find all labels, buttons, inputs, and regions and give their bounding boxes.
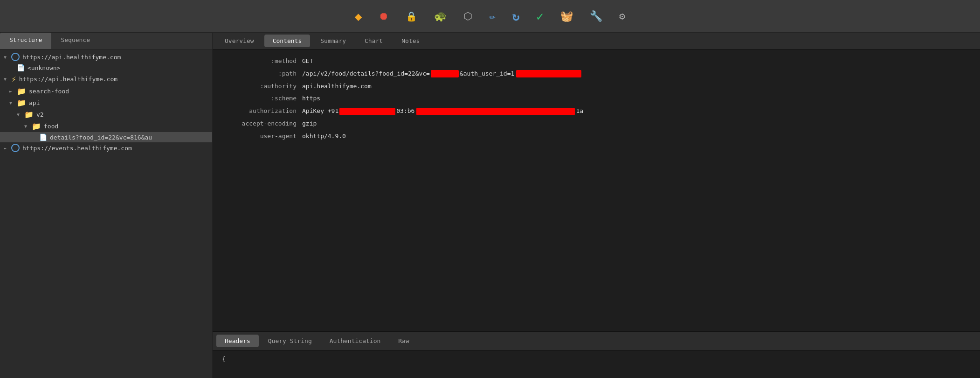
lightning-icon: ⚡ (11, 74, 16, 84)
chevron-icon-3: ▼ (4, 77, 9, 82)
tree-label-3: https://api.healthifyme.com (19, 76, 117, 83)
value-method: GET (302, 56, 313, 66)
row-accept-encoding: accept-encoding gzip (222, 118, 971, 130)
bottom-text: { (222, 355, 226, 363)
lock-icon[interactable]: 🔒 (406, 11, 417, 22)
hexagon-icon[interactable]: ⬡ (463, 10, 472, 22)
key-accept-encoding: accept-encoding (222, 119, 297, 129)
tree-item-5[interactable]: ▼ 📁 api (0, 97, 212, 109)
refresh-icon[interactable]: ↻ (512, 9, 520, 23)
bottom-tabs-bar: Headers Query String Authentication Raw (213, 331, 980, 350)
row-path: :path /api/v2/food/details?food_id=22&vc… (222, 68, 971, 80)
basket-icon[interactable]: 🧺 (560, 10, 573, 22)
value-path: /api/v2/food/details?food_id=22&vc= &aut… (302, 69, 581, 79)
folder-icon-2: 📁 (17, 98, 26, 107)
row-user-agent: user-agent okhttp/4.9.0 (222, 130, 971, 143)
auth-redact-1 (339, 108, 395, 115)
value-scheme: https (302, 94, 320, 104)
content-top-tabs: Overview Contents Summary Chart Notes (213, 33, 980, 49)
tree-item-4[interactable]: ► 📁 search-food (0, 85, 212, 97)
path-redact-1 (431, 70, 459, 77)
globe-icon-1 (11, 53, 20, 61)
tab-contents[interactable]: Contents (264, 35, 311, 47)
chevron-icon: ▼ (4, 55, 9, 60)
gear-icon[interactable]: ⚙ (619, 10, 625, 22)
tree-item-3[interactable]: ▼ ⚡ https://api.healthifyme.com (0, 73, 212, 85)
tree-item-1[interactable]: ▼ https://api.healthifyme.com (0, 51, 212, 63)
sidebar: Structure Sequence ▼ https://api.healthi… (0, 33, 213, 378)
chevron-icon-5: ▼ (9, 100, 15, 105)
tree-item-9[interactable]: ► https://events.healthifyme.com (0, 142, 212, 154)
key-path: :path (222, 69, 297, 79)
auth-text-3: 1a (576, 106, 583, 116)
tree-item-2[interactable]: ▼ 📄 <unknown> (0, 63, 212, 73)
tab-authentication[interactable]: Authentication (321, 335, 389, 347)
key-authority: :authority (222, 82, 297, 91)
key-scheme: :scheme (222, 94, 297, 104)
path-redact-2 (516, 70, 581, 77)
tab-notes[interactable]: Notes (393, 35, 428, 47)
path-text-1: /api/v2/food/details?food_id=22&vc= (302, 69, 430, 79)
row-method: :method GET (222, 55, 971, 68)
tab-raw[interactable]: Raw (390, 335, 417, 347)
row-scheme: :scheme https (222, 92, 971, 105)
tab-sequence[interactable]: Sequence (51, 33, 99, 49)
folder-icon-3: 📁 (24, 110, 34, 119)
tree-label-8: details?food_id=22&vc=816&au (50, 134, 152, 141)
content-area: Overview Contents Summary Chart Notes :m… (213, 33, 980, 378)
tree-label-9: https://events.healthifyme.com (22, 145, 132, 152)
tree-label-1: https://api.healthifyme.com (22, 54, 121, 61)
value-user-agent: okhttp/4.9.0 (302, 132, 346, 141)
sidebar-tabs: Structure Sequence (0, 33, 212, 49)
tree-label-6: v2 (36, 111, 44, 118)
row-authority: :authority api.healthifyme.com (222, 80, 971, 93)
chevron-icon-9: ► (4, 146, 9, 151)
tab-structure[interactable]: Structure (0, 33, 51, 49)
toolbar: ◆ ⏺ 🔒 🐢 ⬡ ✏️ ↻ ✓ 🧺 🔧 ⚙ (0, 0, 980, 33)
turtle-icon[interactable]: 🐢 (434, 10, 447, 22)
value-authority: api.healthifyme.com (302, 82, 372, 91)
tree-item-8[interactable]: ▼ 📄 details?food_id=22&vc=816&au (0, 132, 212, 142)
path-text-2: &auth_user_id=1 (460, 69, 514, 79)
chevron-icon-7: ▼ (24, 124, 30, 129)
sidebar-tree: ▼ https://api.healthifyme.com ▼ 📄 <unkno… (0, 49, 212, 378)
globe-icon-2 (11, 144, 20, 152)
record-icon[interactable]: ⏺ (379, 10, 389, 22)
tab-chart[interactable]: Chart (356, 35, 391, 47)
auth-redact-2 (416, 108, 575, 115)
tree-label-7: food (44, 123, 58, 130)
wrench-icon[interactable]: 🔧 (590, 10, 602, 22)
file-icon-1: 📄 (17, 64, 25, 71)
value-accept-encoding: gzip (302, 119, 317, 129)
value-authorization: ApiKey +91 03:b6 1a (302, 106, 583, 116)
auth-text-1: ApiKey +91 (302, 106, 338, 116)
bottom-content: { (213, 350, 980, 378)
tab-headers[interactable]: Headers (216, 335, 259, 347)
tree-item-6[interactable]: ▼ 📁 v2 (0, 109, 212, 120)
tree-label-5: api (29, 99, 40, 106)
file-special-icon: 📄 (39, 133, 47, 141)
folder-icon-4: 📁 (32, 122, 41, 131)
tree-label-4: search-food (29, 88, 69, 95)
auth-text-2: 03:b6 (396, 106, 414, 116)
tab-overview[interactable]: Overview (216, 35, 262, 47)
content-body: :method GET :path /api/v2/food/details?f… (213, 49, 980, 331)
tree-item-7[interactable]: ▼ 📁 food (0, 120, 212, 132)
chevron-icon-6: ▼ (17, 112, 22, 117)
tree-label-2: <unknown> (28, 64, 60, 71)
check-icon[interactable]: ✓ (536, 9, 544, 23)
row-authorization: authorization ApiKey +91 03:b6 1a (222, 105, 971, 118)
key-authorization: authorization (222, 106, 297, 116)
folder-icon-1: 📁 (17, 87, 26, 96)
key-user-agent: user-agent (222, 132, 297, 141)
pen-icon[interactable]: ✏️ (489, 10, 495, 22)
pointer-icon[interactable]: ◆ (355, 9, 362, 23)
main-layout: Structure Sequence ▼ https://api.healthi… (0, 33, 980, 378)
chevron-icon-4: ► (9, 89, 15, 94)
key-method: :method (222, 56, 297, 66)
tab-summary[interactable]: Summary (312, 35, 354, 47)
tab-query-string[interactable]: Query String (260, 335, 320, 347)
